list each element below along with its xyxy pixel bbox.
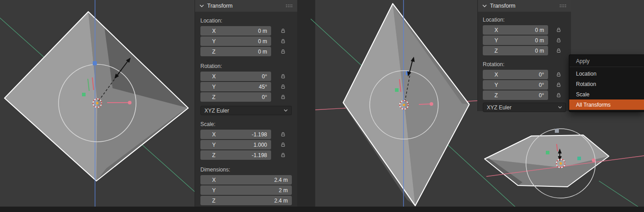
field-value: 2.4 m [274, 198, 288, 204]
field-axis-label: Z [494, 48, 498, 54]
y-plane-gizmo-handle[interactable] [395, 88, 399, 92]
lock-icon[interactable] [556, 46, 561, 55]
field-value: 0° [539, 72, 544, 78]
lock-icon[interactable] [281, 130, 286, 139]
field-axis-label: Y [494, 37, 498, 44]
x-axis-gizmo-handle[interactable] [128, 101, 132, 104]
lock-icon[interactable] [281, 82, 286, 91]
object-origin[interactable] [93, 99, 102, 108]
z-axis-gizmo-handle[interactable] [555, 129, 559, 133]
rotation-mode-dropdown[interactable]: XYZ Euler [200, 106, 292, 115]
section-label-dimensions: Dimensions: [200, 167, 292, 173]
z-axis-gizmo-handle[interactable] [93, 61, 97, 65]
field-axis-label: Z [212, 152, 215, 158]
field-location-z[interactable]: Z 0 m [200, 47, 271, 56]
field-value: 2 m [279, 187, 288, 194]
menu-separator [570, 67, 644, 67]
field-value: 0 m [535, 27, 544, 33]
field-scale-y[interactable]: Y 1.000 [200, 140, 271, 149]
lock-icon[interactable] [556, 90, 561, 100]
section-label-location: Location: [200, 18, 292, 24]
field-value: 0 m [535, 37, 544, 44]
field-rotation-y[interactable]: Y 0° [483, 80, 548, 90]
apply-menu: Apply Location Rotation Scale All Transf… [569, 54, 644, 112]
x-axis-gizmo-handle[interactable] [430, 102, 433, 106]
section-label-rotation: Rotation: [200, 63, 292, 69]
lock-icon[interactable] [281, 72, 286, 81]
field-location-y[interactable]: Y 0 m [483, 36, 548, 45]
panel-body: Location: X 0 m Y 0 m Z 0 m [478, 17, 571, 112]
field-axis-label: Z [212, 49, 215, 55]
field-location-x[interactable]: X 0 m [200, 26, 271, 36]
field-axis-label: X [212, 28, 216, 34]
y-plane-gizmo-handle[interactable] [82, 93, 86, 96]
y-plane-gizmo-handle[interactable] [546, 151, 549, 154]
plane-gizmo-handle[interactable] [577, 157, 581, 160]
lock-icon[interactable] [281, 26, 286, 36]
chevron-down-icon [558, 106, 562, 108]
object-origin[interactable] [400, 101, 408, 109]
object-origin[interactable] [557, 159, 565, 168]
field-rotation-z[interactable]: Z 0° [483, 90, 548, 100]
section-label-scale: Scale: [200, 121, 292, 127]
chevron-down-icon [284, 109, 288, 112]
field-value: -1.198 [252, 152, 267, 158]
field-dimensions-x[interactable]: X 2.4 m [200, 175, 292, 185]
lock-icon[interactable] [281, 140, 286, 149]
transform-panel-header[interactable]: Transform [195, 0, 297, 12]
field-rotation-z[interactable]: Z 0° [200, 92, 271, 102]
lock-icon[interactable] [556, 70, 561, 79]
field-rotation-y[interactable]: Y 45° [200, 82, 271, 91]
x-axis-gizmo-handle[interactable] [592, 158, 595, 162]
transform-panel-header[interactable]: Transform [478, 0, 571, 12]
field-axis-label: X [494, 27, 498, 33]
rotation-mode-dropdown[interactable]: XYZ Euler [483, 103, 566, 112]
rotation-mode-value: XYZ Euler [204, 108, 229, 114]
field-dimensions-z[interactable]: Z 2.4 m [200, 196, 292, 205]
dimensions-fields: X 2.4 m Y 2 m Z 2.4 m [200, 175, 292, 206]
field-axis-label: Z [212, 94, 215, 100]
location-fields: X 0 m Y 0 m Z 0 m [200, 26, 292, 57]
lock-icon[interactable] [556, 80, 561, 90]
transform-panel-left: Transform Location: X 0 m Y 0 m [195, 0, 297, 212]
field-value: 0 m [535, 48, 544, 54]
blender-workspace: Transform Location: X 0 m Y 0 m [0, 0, 644, 212]
field-rotation-x[interactable]: X 0° [200, 72, 271, 81]
field-value: 0° [539, 82, 544, 88]
menu-item-rotation[interactable]: Rotation [569, 79, 644, 89]
lock-icon[interactable] [281, 47, 286, 56]
field-scale-z[interactable]: Z -1.198 [200, 150, 271, 160]
grip-handle-icon[interactable] [559, 4, 567, 8]
lock-icon[interactable] [281, 36, 286, 46]
field-axis-label: X [212, 73, 216, 80]
field-axis-label: Y [212, 187, 216, 194]
menu-item-all-transforms[interactable]: All Transforms [569, 99, 644, 110]
lock-icon[interactable] [556, 36, 561, 45]
lock-icon[interactable] [281, 150, 286, 160]
field-location-y[interactable]: Y 0 m [200, 36, 271, 46]
field-location-z[interactable]: Z 0 m [483, 46, 548, 55]
field-value: 0° [539, 92, 544, 99]
panel-title: Transform [207, 3, 233, 9]
rotation-fields: X 0° Y 0° Z 0° [483, 70, 566, 101]
field-location-x[interactable]: X 0 m [483, 25, 548, 35]
grip-handle-icon[interactable] [286, 4, 293, 8]
field-dimensions-y[interactable]: Y 2 m [200, 185, 292, 195]
status-bar-strip [0, 207, 644, 212]
field-value: 0 m [258, 49, 267, 55]
chevron-down-icon [482, 5, 487, 7]
field-scale-x[interactable]: X -1.198 [200, 130, 271, 139]
section-label-rotation: Rotation: [483, 61, 566, 68]
field-value: 0 m [258, 28, 267, 34]
lock-icon[interactable] [556, 25, 561, 35]
menu-item-location[interactable]: Location [569, 68, 644, 79]
panel-title: Transform [490, 3, 516, 9]
field-rotation-x[interactable]: X 0° [483, 70, 548, 79]
field-axis-label: X [494, 72, 498, 78]
field-axis-label: Z [494, 92, 498, 99]
field-value: 1.000 [254, 142, 267, 148]
lock-icon[interactable] [281, 92, 286, 102]
menu-title: Apply [569, 55, 644, 67]
field-value: 0° [262, 73, 267, 80]
menu-item-scale[interactable]: Scale [569, 89, 644, 99]
